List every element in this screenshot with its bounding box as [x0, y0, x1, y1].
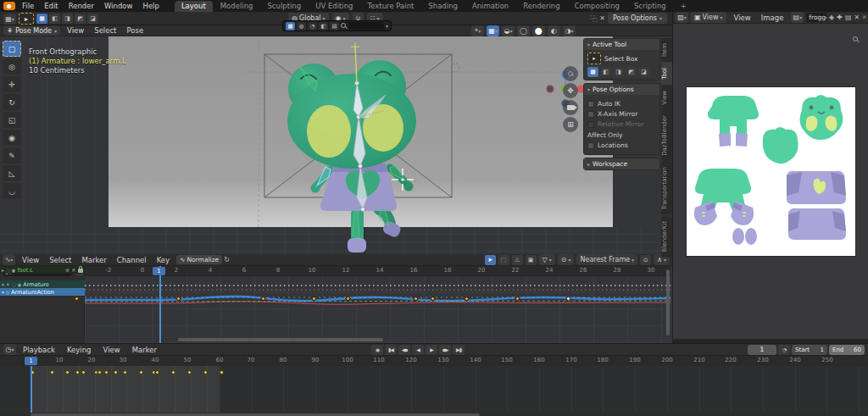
select-mode-button[interactable]: ▦ — [587, 67, 598, 77]
channel-armature[interactable]: ▾⚘◌◉ Armature — [0, 280, 85, 288]
menu-item[interactable]: Window — [99, 0, 138, 12]
camera-view-icon[interactable] — [563, 100, 578, 115]
only-selected-icon[interactable]: ➤ — [485, 255, 496, 265]
active-tool-icon[interactable]: ▸ — [19, 13, 34, 25]
horizontal-scrollbar[interactable] — [178, 338, 383, 341]
sidebar-tab[interactable]: Tool — [661, 63, 672, 85]
menu-item[interactable]: Render — [64, 0, 99, 12]
timeline-menu-item[interactable]: Playback — [18, 344, 60, 356]
timeline-menu-item[interactable]: View — [98, 344, 125, 356]
open-image-icon[interactable]: ▤ — [845, 14, 852, 21]
select-mode-button[interactable]: ◨ — [613, 67, 624, 77]
screen-icon[interactable]: ⿻ — [590, 14, 597, 23]
locations-row[interactable]: Locations — [587, 141, 656, 149]
pan-hand-icon[interactable]: ✥ — [563, 83, 578, 98]
sidebar-tab[interactable]: View — [661, 86, 672, 110]
jump-to-start-icon[interactable]: ▮◀ — [385, 345, 397, 355]
workspace-tab[interactable]: Scripting — [627, 1, 673, 12]
checkbox[interactable] — [587, 101, 594, 108]
select-mode-button[interactable]: ◪ — [87, 14, 98, 24]
timeline-menu-item[interactable]: Marker — [127, 344, 162, 356]
orthographic-toggle-icon[interactable]: ⊞ — [563, 117, 578, 132]
collection-icon[interactable]: ◍ — [297, 22, 306, 31]
select-mode-button[interactable]: ◧ — [600, 67, 611, 77]
graph-menu-item[interactable]: Channel — [112, 254, 152, 266]
select-mode-button[interactable]: ◧ — [49, 14, 60, 24]
ghost-curves-icon[interactable]: ▣ — [526, 255, 537, 265]
sidebar-tab[interactable]: Transportation — [661, 162, 672, 215]
menu-item[interactable]: Edit — [39, 0, 63, 12]
select-mode-button[interactable]: ▦ — [36, 14, 47, 24]
playhead[interactable] — [159, 266, 161, 343]
viewport-menu-item[interactable]: Select — [89, 25, 121, 36]
timeline-ruler[interactable]: 1020304050607080901001101201301401501601… — [0, 356, 868, 366]
tool-button[interactable]: ◱ — [3, 112, 21, 128]
close-icon[interactable]: ✕ — [599, 14, 605, 22]
workspace-tab[interactable]: UV Editing — [309, 1, 359, 12]
workspace-tab[interactable]: + — [674, 1, 693, 12]
gizmo-dropdown[interactable]: ⌖▾ — [471, 25, 484, 36]
fake-user-icon[interactable]: ◈ — [829, 14, 834, 21]
new-image-icon[interactable]: ✚ — [837, 14, 843, 21]
start-frame-field[interactable]: Start1 — [792, 345, 827, 355]
jump-to-end-icon[interactable]: ▶▮ — [453, 345, 465, 355]
checkbox[interactable] — [587, 142, 594, 149]
bone-layer-icon[interactable]: ◔ — [308, 22, 317, 31]
graph-menu-item[interactable]: Marker — [76, 254, 111, 266]
playhead[interactable] — [31, 366, 32, 413]
panel-header-workspace[interactable]: ▸Workspace — [584, 158, 659, 169]
channel-bone[interactable]: ▸◌◉ foot.L ⚙ — [0, 266, 85, 274]
preview-range-icon[interactable]: ◔ — [778, 345, 790, 355]
zoom-icon[interactable] — [853, 36, 859, 44]
workspace-tab[interactable]: Shading — [421, 1, 465, 12]
select-mode-button[interactable]: ◨ — [62, 14, 73, 24]
filter-field[interactable] — [348, 22, 384, 30]
collection-visible-icon[interactable]: ▦ — [286, 22, 295, 31]
image-name-field[interactable]: froggo_tex — [806, 13, 826, 22]
shading-solid-icon[interactable]: ⬤ — [532, 25, 545, 36]
panel-header-active-tool[interactable]: ▾Active Tool — [584, 39, 659, 50]
shading-material-icon[interactable]: ◐ — [548, 25, 560, 36]
checkbox-row[interactable]: Relative Mirror — [587, 120, 656, 128]
tool-button[interactable]: ◡ — [3, 183, 21, 199]
image-menu-item[interactable]: View — [729, 12, 756, 24]
tool-button[interactable]: ✎ — [3, 147, 21, 164]
workspace-tab[interactable]: Compositing — [568, 1, 626, 12]
hidden-curves-icon[interactable]: ⬚ — [498, 255, 509, 265]
image-datablock-icon[interactable]: ▤▾ — [791, 12, 804, 23]
graph-menu-item[interactable]: Key — [152, 254, 175, 266]
snap-frame-dropdown[interactable]: Nearest Frame▾ — [576, 254, 637, 265]
sidebar-tab[interactable]: DazToBlender — [661, 110, 672, 161]
select-mode-button[interactable]: ◩ — [626, 67, 637, 77]
tool-button[interactable]: ↻ — [3, 94, 21, 110]
armature-layer-icon[interactable]: ◧ — [319, 22, 328, 31]
workspace-tab[interactable]: Sculpting — [260, 1, 308, 12]
overlays-dropdown[interactable]: ▦▾ — [487, 25, 499, 36]
channel-enable-checkbox[interactable] — [71, 268, 76, 273]
editor-type-icon[interactable]: ◷▾ — [3, 344, 16, 355]
select-mode-button[interactable]: ◪ — [638, 67, 649, 77]
pin-icon[interactable]: ⍟ — [862, 14, 866, 22]
tool-button[interactable]: ◺ — [3, 165, 21, 181]
pose-options-button[interactable]: Pose Options▾ — [608, 13, 667, 24]
blender-logo-icon[interactable] — [3, 2, 15, 10]
mesh-layer-icon[interactable]: ▤ — [330, 22, 339, 31]
image-mode-dropdown[interactable]: ▣ View▾ — [691, 12, 726, 23]
workspace-tab[interactable]: Layout — [175, 1, 213, 12]
end-frame-field[interactable]: End60 — [829, 345, 865, 355]
editor-type-icon[interactable]: ∿▾ — [3, 254, 15, 265]
graph-menu-item[interactable]: View — [17, 254, 44, 266]
shading-rendered-icon[interactable]: ◑▾ — [563, 25, 576, 36]
mode-dropdown[interactable]: ⚘ Pose Mode▾ — [3, 26, 60, 36]
filter-dropdown[interactable]: ▽▾ — [539, 254, 555, 265]
menu-item[interactable]: File — [17, 0, 39, 12]
shading-wireframe-icon[interactable]: ◯ — [517, 25, 530, 36]
menu-item[interactable]: Help — [137, 0, 164, 12]
checkbox[interactable] — [587, 111, 594, 118]
checkbox-row[interactable]: Auto IK — [587, 100, 656, 108]
play-icon[interactable]: ▶ — [426, 345, 437, 355]
workspace-tab[interactable]: Modeling — [214, 1, 260, 12]
image-menu-item[interactable]: Image — [756, 12, 789, 24]
play-reverse-icon[interactable]: ◀ — [412, 345, 424, 355]
current-frame-field[interactable]: 1 — [748, 345, 776, 355]
